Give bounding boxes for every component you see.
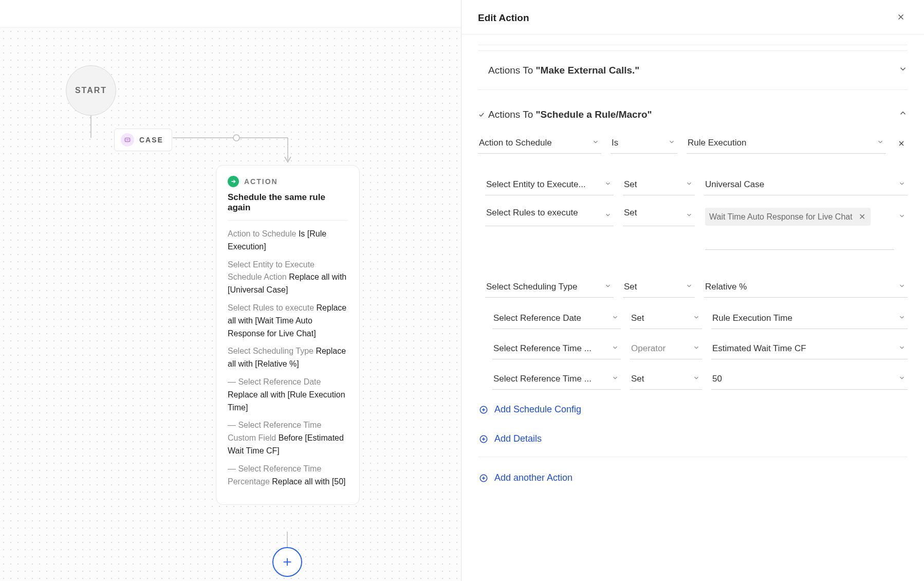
action-line-value: Replace all with [Rule Execution Time]: [228, 390, 345, 412]
action-to-schedule-field[interactable]: Action to Schedule: [478, 135, 601, 154]
add-schedule-config-link[interactable]: Add Schedule Config: [478, 395, 908, 424]
chevron-down-icon: [604, 179, 612, 190]
chevron-down-icon: [686, 282, 693, 292]
action-line-key: Select Rules to execute: [228, 303, 317, 312]
start-node[interactable]: START: [66, 65, 116, 116]
start-node-label: START: [75, 86, 107, 95]
chevron-down-icon: [898, 374, 905, 384]
chevron-down-icon: [604, 211, 612, 221]
panel-body: Actions To "Make External Calls." Action…: [461, 34, 924, 581]
action-line-key: Action to Schedule: [228, 229, 299, 238]
chevron-down-icon: [898, 313, 905, 323]
section-title-schedule-rule: Actions To "Schedule a Rule/Macro": [488, 109, 898, 120]
case-icon: [121, 133, 134, 147]
case-node[interactable]: CASE: [114, 129, 172, 151]
config-field-select[interactable]: Select Scheduling Type: [485, 279, 614, 298]
action-line-value: Replace all with [50]: [272, 477, 345, 486]
action-line: Select Scheduling Type Replace all with …: [228, 345, 348, 371]
config-field-select[interactable]: Select Reference Time ...: [492, 340, 621, 359]
chevron-down-icon: [592, 138, 599, 148]
close-icon: [896, 12, 905, 22]
section-header-external-calls[interactable]: Actions To "Make External Calls.": [478, 51, 908, 89]
close-icon: [897, 139, 905, 148]
chevron-down-icon: [693, 343, 700, 354]
section-content-schedule-rule: Action to Schedule Is Rule Execution: [478, 130, 908, 457]
condition-row-top: Action to Schedule Is Rule Execution: [478, 130, 908, 159]
config-field-select[interactable]: Select Reference Time ...: [492, 371, 621, 390]
add-details-link[interactable]: Add Details: [478, 424, 908, 453]
action-to-schedule-value[interactable]: Rule Execution: [687, 135, 886, 154]
chevron-down-icon: [612, 343, 619, 354]
config-row: Select Reference Time ...Set50: [478, 366, 908, 395]
action-line: — Select Reference Date Replace all with…: [228, 376, 348, 414]
action-line: Action to Schedule Is [Rule Execution]: [228, 228, 348, 253]
chevron-up-icon: [898, 108, 908, 120]
chevron-down-icon: [693, 313, 700, 323]
action-node-header-label: ACTION: [244, 177, 278, 186]
plus-circle-icon: [478, 474, 489, 483]
config-field-select[interactable]: Select Entity to Execute...: [485, 176, 614, 195]
chevron-down-icon: [686, 179, 693, 190]
plus-icon: [282, 556, 293, 568]
chevron-down-icon: [668, 138, 675, 148]
action-line: Select Rules to execute Replace all with…: [228, 302, 348, 340]
config-row: Select Reference Time ...OperatorEstimat…: [478, 335, 908, 365]
config-operator-select[interactable]: Set: [623, 208, 695, 226]
config-operator-select[interactable]: Set: [630, 371, 702, 390]
config-row: Select Entity to Execute...SetUniversal …: [478, 171, 908, 201]
action-line-key: Select Scheduling Type: [228, 347, 316, 355]
chevron-down-icon: [877, 138, 884, 148]
chevron-down-icon: [604, 282, 612, 292]
config-value-select[interactable]: Universal Case: [704, 176, 908, 195]
config-row: Select Rules to executeSetWait Time Auto…: [478, 203, 908, 255]
config-value-select[interactable]: Relative %: [704, 279, 908, 298]
panel-title: Edit Action: [478, 12, 529, 24]
config-operator-select[interactable]: Set: [630, 310, 702, 329]
action-icon: [228, 176, 239, 187]
config-value-select[interactable]: Estimated Wait Time CF: [711, 340, 908, 359]
case-node-label: CASE: [139, 136, 163, 144]
action-node-header: ACTION: [228, 176, 348, 187]
config-row: Select Scheduling TypeSetRelative %: [478, 274, 908, 303]
chevron-down-icon: [612, 313, 619, 323]
plus-circle-icon: [478, 434, 489, 444]
remove-tag-button[interactable]: ✕: [858, 212, 866, 222]
config-value-select[interactable]: Wait Time Auto Response for Live Chat✕: [704, 208, 908, 250]
chevron-down-icon: [898, 343, 905, 354]
config-value-select[interactable]: Rule Execution Time: [711, 310, 908, 329]
action-node-body: Action to Schedule Is [Rule Execution]Se…: [228, 228, 348, 488]
config-field-select[interactable]: Select Rules to execute: [485, 208, 614, 226]
selected-rule-tag: Wait Time Auto Response for Live Chat✕: [705, 208, 871, 226]
action-line: — Select Reference Time Percentage Repla…: [228, 463, 348, 488]
section-check-schedule-rule: [478, 111, 488, 118]
chevron-down-icon: [898, 212, 905, 222]
remove-condition-button[interactable]: [895, 137, 908, 151]
config-operator-select[interactable]: Set: [623, 176, 695, 195]
config-field-select[interactable]: Select Reference Date: [492, 310, 621, 329]
section-schedule-rule: Actions To "Schedule a Rule/Macro" Actio…: [478, 95, 908, 457]
action-node[interactable]: ACTION Schedule the same rule again Acti…: [216, 165, 360, 505]
chevron-down-icon: [686, 211, 693, 221]
add-node-button[interactable]: [272, 547, 302, 577]
section-title-external-calls: Actions To "Make External Calls.": [488, 65, 898, 76]
config-value-select[interactable]: 50: [711, 371, 908, 390]
action-line-key: — Select Reference Date: [228, 377, 321, 386]
close-panel-button[interactable]: [894, 9, 908, 27]
chevron-down-icon: [898, 179, 905, 190]
canvas-topbar: [0, 0, 461, 28]
chevron-down-icon: [898, 282, 905, 292]
config-operator-select[interactable]: Set: [623, 279, 695, 298]
plus-circle-icon: [478, 405, 489, 414]
svg-point-0: [233, 135, 239, 141]
add-another-action-link[interactable]: Add another Action: [478, 463, 908, 493]
config-operator-select[interactable]: Operator: [630, 340, 702, 359]
flow-canvas[interactable]: START CASE ACT: [0, 28, 461, 581]
edit-action-panel: Edit Action Actions To "Make External Ca…: [461, 0, 924, 581]
section-external-calls: Actions To "Make External Calls.": [478, 50, 908, 90]
action-to-schedule-operator[interactable]: Is: [611, 135, 677, 154]
action-line: — Select Reference Time Custom Field Bef…: [228, 419, 348, 457]
section-header-schedule-rule[interactable]: Actions To "Schedule a Rule/Macro": [478, 95, 908, 130]
chevron-down-icon: [898, 64, 908, 76]
action-node-title: Schedule the same rule again: [228, 192, 348, 221]
chevron-down-icon: [612, 374, 619, 384]
